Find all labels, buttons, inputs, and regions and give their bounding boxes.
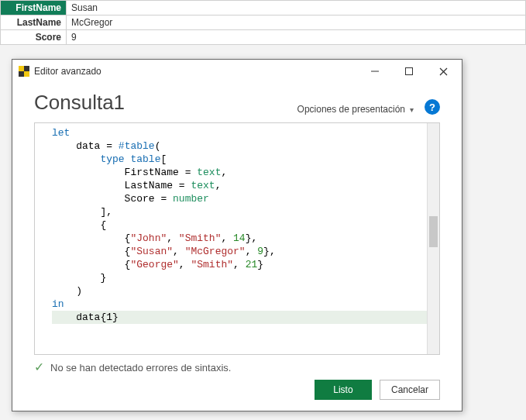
field-value: 9: [67, 30, 526, 45]
field-value: Susan: [67, 1, 526, 15]
maximize-button[interactable]: [392, 60, 426, 82]
record-table: FirstName Susan LastName McGregor Score …: [0, 0, 526, 45]
field-value: McGregor: [67, 15, 526, 30]
status-text: No se han detectado errores de sintaxis.: [50, 362, 231, 374]
presentation-options-dropdown[interactable]: Opciones de presentación ▾: [297, 104, 414, 115]
powerbi-icon: [19, 66, 29, 77]
help-icon[interactable]: ?: [425, 99, 440, 115]
field-label: LastName: [1, 15, 67, 30]
scrollbar-thumb[interactable]: [429, 216, 438, 247]
table-row: FirstName Susan: [1, 1, 526, 15]
svg-rect-1: [406, 68, 413, 75]
titlebar: Editor avanzado: [12, 60, 462, 83]
scrollbar[interactable]: [427, 123, 439, 354]
dialog-heading: Consulta1: [34, 91, 297, 115]
close-button[interactable]: [426, 60, 460, 82]
table-row: Score 9: [1, 30, 526, 45]
presentation-options-label: Opciones de presentación: [297, 104, 405, 115]
cancel-button[interactable]: Cancelar: [380, 380, 440, 400]
minimize-button[interactable]: [358, 60, 392, 82]
field-label: Score: [1, 30, 67, 45]
advanced-editor-dialog: Editor avanzado Consulta1 Opciones de pr…: [12, 59, 462, 411]
table-row: LastName McGregor: [1, 15, 526, 30]
check-icon: ✓: [34, 361, 44, 374]
syntax-status: ✓ No se han detectado errores de sintaxi…: [34, 355, 440, 378]
window-title: Editor avanzado: [34, 66, 101, 77]
chevron-down-icon: ▾: [410, 105, 414, 114]
code-editor[interactable]: let data = #table( type table[ FirstName…: [34, 122, 440, 355]
field-label: FirstName: [1, 1, 67, 15]
done-button[interactable]: Listo: [315, 380, 372, 400]
